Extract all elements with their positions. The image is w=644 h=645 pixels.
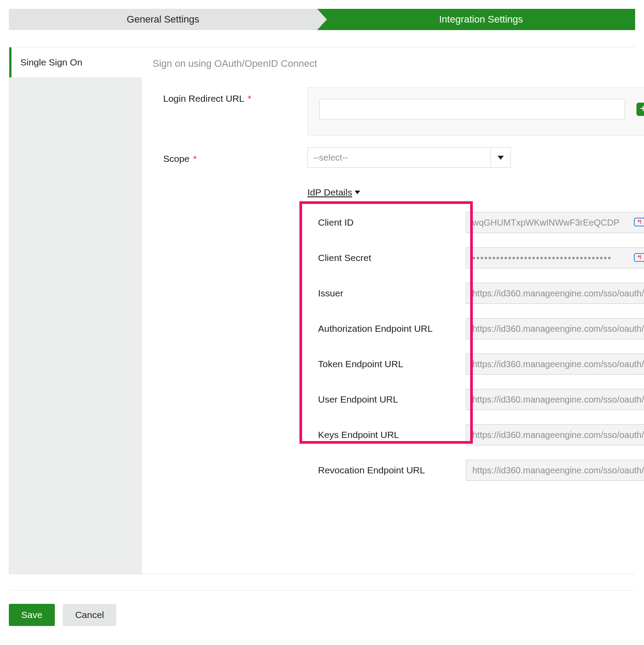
label-keys-endpoint: Keys Endpoint URL <box>307 430 462 440</box>
row-user-endpoint: User Endpoint URL https://id360.manageen… <box>307 389 644 410</box>
svg-text:*!: *! <box>638 254 642 261</box>
row-token-endpoint: Token Endpoint URL https://id360.managee… <box>307 353 644 375</box>
content-area: Sign on using OAuth/OpenID Connect Login… <box>142 47 644 574</box>
value-client-secret: ••••••••••••••••••••••••••••••••••• *! <box>466 247 644 269</box>
user-ep-text: https://id360.manageengine.com/sso/oauth… <box>472 395 644 405</box>
row-client-id: Client ID wqGHUMTxpWKwINWwF3rEeQCDP *! <box>307 212 644 233</box>
tab-integration-label: Integration Settings <box>439 14 523 25</box>
footer-actions: Save Cancel <box>9 604 635 626</box>
plus-icon <box>640 104 644 114</box>
label-token-endpoint: Token Endpoint URL <box>307 359 462 369</box>
row-login-redirect: Login Redirect URL * <box>153 87 644 136</box>
label-revoke-endpoint: Revocation Endpoint URL <box>307 465 462 476</box>
label-user-endpoint: User Endpoint URL <box>307 394 462 405</box>
save-button-label: Save <box>21 610 42 620</box>
row-auth-endpoint: Authorization Endpoint URL https://id360… <box>307 318 644 339</box>
login-redirect-container <box>307 87 644 136</box>
settings-tabbar: General Settings Integration Settings <box>9 9 635 30</box>
value-revoke-endpoint: https://id360.manageengine.com/sso/oauth… <box>466 460 644 481</box>
idp-fields: Client ID wqGHUMTxpWKwINWwF3rEeQCDP *! <box>307 212 644 481</box>
svg-text:*!: *! <box>638 219 642 225</box>
sidebar-item-sso-label: Single Sign On <box>20 57 82 67</box>
tab-integration-settings[interactable]: Integration Settings <box>317 9 635 30</box>
keys-ep-text: https://id360.manageengine.com/sso/oauth… <box>472 430 644 440</box>
row-revoke-endpoint: Revocation Endpoint URL https://id360.ma… <box>307 460 644 481</box>
tab-general-label: General Settings <box>127 14 199 25</box>
sidebar-item-sso[interactable]: Single Sign On <box>9 47 142 77</box>
row-client-secret: Client Secret ••••••••••••••••••••••••••… <box>307 247 644 269</box>
required-asterisk: * <box>245 93 251 104</box>
label-scope: Scope * <box>153 147 307 164</box>
cancel-button[interactable]: Cancel <box>63 604 116 626</box>
row-keys-endpoint: Keys Endpoint URL https://id360.manageen… <box>307 424 644 445</box>
footer-separator <box>9 590 635 591</box>
token-ep-text: https://id360.manageengine.com/sso/oauth… <box>472 359 644 369</box>
label-client-secret: Client Secret <box>307 253 462 263</box>
label-auth-endpoint: Authorization Endpoint URL <box>307 323 462 334</box>
idp-details-label: IdP Details <box>307 187 352 198</box>
add-redirect-button[interactable] <box>636 103 644 116</box>
chevron-down-icon <box>498 156 504 160</box>
cancel-button-label: Cancel <box>75 610 104 620</box>
value-keys-endpoint: https://id360.manageengine.com/sso/oauth… <box>466 424 644 445</box>
value-client-id: wqGHUMTxpWKwINWwF3rEeQCDP *! <box>466 212 644 233</box>
idp-details-toggle[interactable]: IdP Details <box>307 187 360 198</box>
required-asterisk: * <box>191 154 197 164</box>
auth-ep-text: https://id360.manageengine.com/sso/oauth… <box>472 324 644 334</box>
scope-select[interactable]: --select-- <box>307 147 511 168</box>
value-issuer: https://id360.manageengine.com/sso/oauth… <box>466 283 644 304</box>
issuer-text: https://id360.manageengine.com/sso/oauth… <box>472 288 644 299</box>
label-login-redirect: Login Redirect URL * <box>153 87 307 104</box>
revoke-ep-text: https://id360.manageengine.com/sso/oauth… <box>472 465 644 476</box>
client-secret-text: ••••••••••••••••••••••••••••••••••• <box>472 253 612 263</box>
save-button[interactable]: Save <box>9 604 55 626</box>
client-id-text: wqGHUMTxpWKwINWwF3rEeQCDP <box>472 218 619 228</box>
sidebar: Single Sign On <box>9 47 142 574</box>
value-token-endpoint: https://id360.manageengine.com/sso/oauth… <box>466 353 644 375</box>
value-user-endpoint: https://id360.manageengine.com/sso/oauth… <box>466 389 644 410</box>
tab-general-settings[interactable]: General Settings <box>9 9 317 30</box>
regenerate-badge-icon[interactable]: *! <box>634 253 644 263</box>
login-redirect-input[interactable] <box>319 99 625 119</box>
scope-select-button[interactable] <box>491 147 511 168</box>
label-issuer: Issuer <box>307 288 462 299</box>
row-issuer: Issuer https://id360.manageengine.com/ss… <box>307 283 644 304</box>
label-client-id: Client ID <box>307 217 462 228</box>
caret-down-icon <box>355 191 360 194</box>
row-scope: Scope * --select-- IdP Details Client <box>153 147 644 495</box>
settings-panel: Single Sign On Sign on using OAuth/OpenI… <box>9 47 635 574</box>
value-auth-endpoint: https://id360.manageengine.com/sso/oauth… <box>466 318 644 339</box>
content-subtitle: Sign on using OAuth/OpenID Connect <box>153 58 644 69</box>
regenerate-badge-icon[interactable]: *! <box>634 218 644 227</box>
scope-select-text: --select-- <box>307 147 491 168</box>
